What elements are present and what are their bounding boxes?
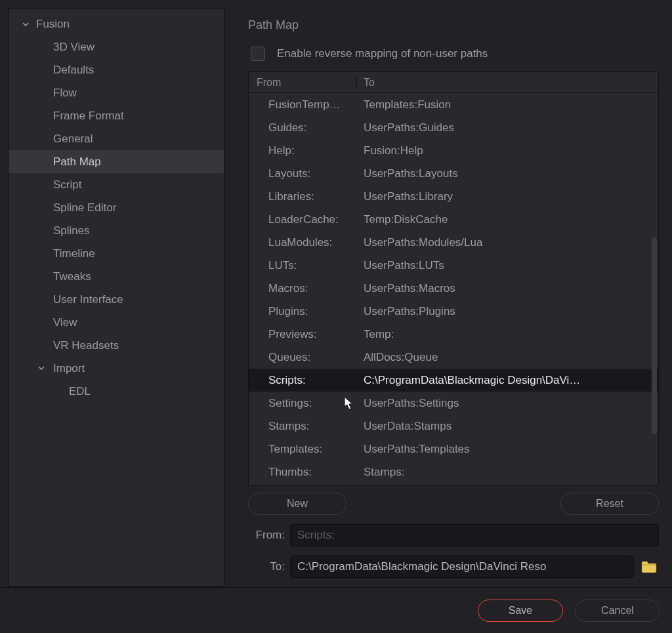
table-row[interactable]: Settings:UserPaths:Settings — [249, 392, 658, 415]
tree-item-user-interface[interactable]: User Interface — [9, 288, 224, 311]
table-row[interactable]: LuaModules:UserPaths:Modules/Lua — [249, 231, 658, 254]
tree-label: 3D View — [53, 41, 94, 54]
cell-to: UserPaths:Settings — [357, 397, 658, 410]
tree-label: VR Headsets — [53, 339, 119, 352]
from-field-row: From: — [248, 524, 659, 546]
grid-header: From To — [249, 72, 658, 93]
tree-item-flow[interactable]: Flow — [9, 81, 224, 104]
footer: Save Cancel — [0, 587, 672, 633]
cell-to: UserPaths:Macros — [357, 282, 658, 295]
cell-from: LoaderCache: — [249, 213, 357, 226]
cell-from: Queues: — [249, 351, 357, 364]
scrollbar-thumb[interactable] — [652, 237, 657, 434]
table-row[interactable]: Guides:UserPaths:Guides — [249, 116, 658, 139]
chevron-down-icon — [20, 20, 31, 28]
to-input[interactable] — [290, 556, 634, 578]
to-label: To: — [248, 560, 285, 573]
table-row[interactable]: LoaderCache:Temp:DiskCache — [249, 208, 658, 231]
cell-from: FusionTemp… — [249, 98, 357, 112]
tree-label: Frame Format — [53, 110, 124, 123]
folder-icon — [641, 560, 657, 573]
tree-label: Flow — [53, 87, 77, 100]
cell-from: Scripts: — [249, 374, 357, 387]
table-row[interactable]: Previews:Temp: — [249, 323, 658, 346]
table-row[interactable]: Stamps:UserData:Stamps — [249, 415, 658, 438]
reverse-mapping-label: Enable reverse mapping of non-user paths — [277, 47, 488, 60]
table-row[interactable]: Help:Fusion:Help — [249, 139, 658, 162]
cell-from: Help: — [249, 144, 357, 157]
cell-from: Stamps: — [249, 420, 357, 433]
from-input[interactable] — [290, 524, 659, 546]
tree-label: Spline Editor — [53, 201, 116, 214]
table-row[interactable]: Scripts:C:\ProgramData\Blackmagic Design… — [249, 369, 658, 392]
tree-item-vr-headsets[interactable]: VR Headsets — [9, 334, 224, 357]
table-row[interactable]: Queues:AllDocs:Queue — [249, 346, 658, 369]
tree-item-frame-format[interactable]: Frame Format — [9, 104, 224, 127]
cell-from: Layouts: — [249, 167, 357, 180]
tree-item-tweaks[interactable]: Tweaks — [9, 265, 224, 288]
cell-to: UserPaths:Layouts — [357, 167, 658, 180]
pathmap-grid: From To FusionTemp…Templates:FusionGuide… — [248, 71, 659, 486]
tree-label: Tweaks — [53, 270, 91, 283]
tree-label: Import — [53, 362, 85, 375]
cell-from: Previews: — [249, 328, 357, 341]
cancel-button[interactable]: Cancel — [575, 600, 660, 622]
grid-button-row: New Reset — [248, 493, 659, 515]
tree-item-fusion[interactable]: Fusion — [9, 12, 224, 35]
reset-button[interactable]: Reset — [560, 493, 659, 515]
tree-label: Path Map — [53, 155, 101, 169]
save-button[interactable]: Save — [478, 600, 563, 622]
browse-folder-button[interactable] — [639, 558, 659, 575]
tree-item-timeline[interactable]: Timeline — [9, 242, 224, 265]
tree-item-defaults[interactable]: Defaults — [9, 58, 224, 81]
tree-label: User Interface — [53, 293, 123, 306]
grid-body: FusionTemp…Templates:FusionGuides:UserPa… — [249, 93, 658, 485]
column-header-to[interactable]: To — [357, 77, 658, 89]
tree-label: Script — [53, 178, 81, 192]
tree-item-general[interactable]: General — [9, 127, 224, 150]
table-row[interactable]: Libraries:UserPaths:Library — [249, 185, 658, 208]
tree-item-splines[interactable]: Splines — [9, 219, 224, 242]
cell-to: UserPaths:Library — [357, 190, 658, 203]
tree-label: EDL — [69, 385, 91, 398]
column-divider[interactable] — [356, 77, 357, 89]
table-row[interactable]: FusionTemp…Templates:Fusion — [249, 93, 658, 116]
table-row[interactable]: Layouts:UserPaths:Layouts — [249, 162, 658, 185]
table-row[interactable]: Macros:UserPaths:Macros — [249, 277, 658, 300]
cell-to: Temp: — [357, 328, 658, 341]
tree-label: View — [53, 316, 77, 329]
cell-from: Libraries: — [249, 190, 357, 203]
table-row[interactable]: Plugins:UserPaths:Plugins — [249, 300, 658, 323]
table-row[interactable]: Thumbs:Stamps: — [249, 460, 658, 483]
cell-to: Temp:DiskCache — [357, 213, 658, 226]
from-label: From: — [248, 529, 285, 542]
cell-to: UserPaths:Templates — [357, 443, 658, 456]
reverse-mapping-row: Enable reverse mapping of non-user paths — [248, 47, 659, 61]
reverse-mapping-checkbox[interactable] — [251, 47, 265, 61]
chevron-down-icon — [37, 362, 45, 375]
table-row[interactable]: LUTs:UserPaths:LUTs — [249, 254, 658, 277]
column-header-from[interactable]: From — [249, 77, 357, 89]
tree-label: General — [53, 133, 93, 146]
column-header-to-label: To — [364, 77, 375, 88]
tree-item-script[interactable]: Script — [9, 173, 224, 196]
tree-item-edl[interactable]: EDL — [9, 380, 224, 403]
table-row[interactable]: Templates:UserPaths:Templates — [249, 438, 658, 460]
tree-item-3d-view[interactable]: 3D View — [9, 35, 224, 58]
new-button[interactable]: New — [248, 493, 346, 515]
tree-item-view[interactable]: View — [9, 311, 224, 334]
cell-from: Thumbs: — [249, 466, 357, 479]
to-field-row: To: — [248, 556, 659, 578]
cell-from: Macros: — [249, 282, 357, 295]
page-title: Path Map — [248, 18, 659, 32]
column-header-from-label: From — [257, 77, 281, 88]
main-panel: Path Map Enable reverse mapping of non-u… — [224, 8, 664, 587]
tree-item-import[interactable]: Import — [9, 357, 224, 380]
cell-from: LuaModules: — [249, 236, 357, 249]
cell-to: Templates:Fusion — [357, 98, 658, 112]
tree-item-path-map[interactable]: Path Map — [9, 150, 224, 173]
cell-to: UserPaths:Modules/Lua — [357, 236, 658, 249]
cell-to: C:\ProgramData\Blackmagic Design\DaVi… — [357, 374, 658, 387]
tree-item-spline-editor[interactable]: Spline Editor — [9, 196, 224, 219]
cell-to: UserPaths:Guides — [357, 121, 658, 134]
